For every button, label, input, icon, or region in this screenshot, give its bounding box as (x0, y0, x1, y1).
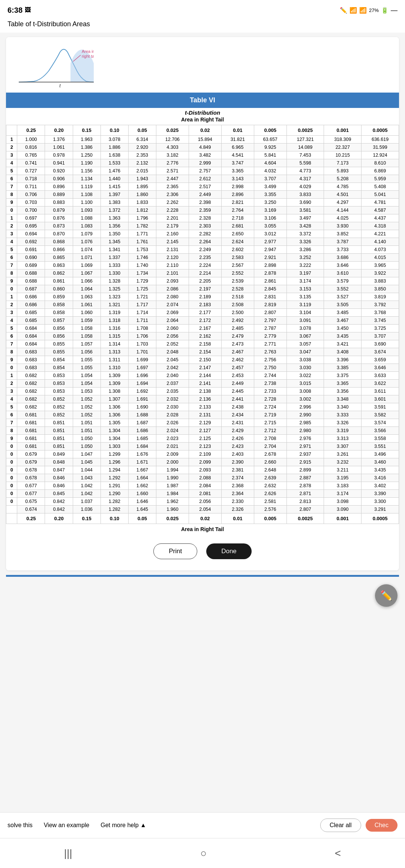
cell: 1.156 (73, 167, 100, 175)
cell: 2.042 (156, 364, 189, 372)
cell: 10.215 (324, 151, 362, 159)
cell: 0.861 (45, 277, 73, 285)
cell: 2.035 (156, 388, 189, 395)
cell: 4.140 (362, 238, 399, 246)
cell: 7.453 (286, 151, 324, 159)
cell: 1.315 (100, 332, 128, 340)
cell: 4.297 (324, 199, 362, 207)
cell: 2.074 (156, 301, 189, 309)
cell: 0.682 (17, 403, 45, 411)
cell: 2.757 (189, 167, 221, 175)
solve-this-link[interactable]: solve this (8, 822, 33, 829)
cell: 1.047 (73, 450, 100, 458)
cell: 3.566 (362, 427, 399, 435)
cell: 2.567 (221, 262, 254, 269)
row-label: 0 (6, 498, 17, 506)
get-more-help-link[interactable]: Get more help ▲ (100, 822, 146, 829)
cell: 0.684 (17, 340, 45, 348)
cell: 1.055 (73, 356, 100, 364)
row-label: 0 (6, 285, 17, 293)
cell: 1.059 (73, 317, 100, 325)
cell: 1.061 (45, 144, 73, 151)
cell: 3.852 (324, 230, 362, 238)
row-label: 2 (6, 380, 17, 388)
table-row: 80.7060.8891.1081.3971.8602.3062.4492.89… (6, 191, 399, 199)
cell: 3.467 (324, 317, 362, 325)
cell: 0.692 (17, 238, 45, 246)
cell: 1.304 (100, 427, 128, 435)
cell: 3.348 (324, 395, 362, 403)
cell: 3.250 (254, 199, 286, 207)
cell: 1.415 (100, 183, 128, 191)
home-icon[interactable]: ○ (200, 847, 207, 859)
cell: 1.782 (128, 222, 156, 230)
cell: 2.303 (189, 222, 221, 230)
cell: 2.154 (189, 348, 221, 356)
cell: 6.314 (128, 136, 156, 144)
table-row: 70.6840.8551.0571.3141.7032.0522.1582.47… (6, 340, 399, 348)
clear-all-button[interactable]: Clear all (320, 819, 361, 832)
cell: 3.333 (324, 411, 362, 419)
done-button[interactable]: Done (206, 543, 252, 559)
cell: 1.050 (73, 443, 100, 450)
cell: 2.423 (221, 443, 254, 450)
distribution-table: 0.25 0.20 0.15 0.10 0.05 0.025 0.02 0.01… (6, 125, 399, 524)
cell: 0.695 (17, 222, 45, 230)
cell: 1.692 (128, 388, 156, 395)
diagram-area: t Area in right tail (6, 37, 399, 93)
check-button[interactable]: Chec (366, 819, 398, 832)
cell: 3.819 (362, 293, 399, 301)
cell: 1.638 (100, 151, 128, 159)
cell: 5.893 (324, 167, 362, 175)
cell: 0.854 (45, 356, 73, 364)
cell: 3.435 (324, 332, 362, 340)
cell: 2.976 (286, 435, 324, 443)
cell: 1.311 (100, 356, 128, 364)
cell: 2.539 (221, 277, 254, 285)
cell: 3.356 (324, 388, 362, 395)
cell: 2.996 (286, 403, 324, 411)
cell: 2.084 (189, 482, 221, 490)
row-label: 9 (6, 277, 17, 285)
cell: 1.054 (73, 372, 100, 380)
cell: 3.091 (286, 317, 324, 325)
cell: 0.879 (45, 207, 73, 214)
cell: 2.763 (254, 348, 286, 356)
cell: 1.706 (128, 332, 156, 340)
cell: 3.106 (254, 214, 286, 222)
cell: 0.681 (17, 427, 45, 435)
cell: 3.922 (362, 269, 399, 277)
back-icon[interactable]: < (335, 847, 341, 859)
cell: 2.123 (189, 443, 221, 450)
fab-edit-button[interactable]: ✏️ (375, 584, 398, 607)
cell: 1.386 (73, 144, 100, 151)
cell: 2.353 (128, 151, 156, 159)
time-display: 6:38 (8, 6, 22, 15)
cell: 1.812 (128, 207, 156, 214)
cell: 6.965 (221, 144, 254, 151)
svg-text:t: t (59, 83, 61, 88)
cell: 3.574 (362, 419, 399, 427)
print-button[interactable]: Print (153, 543, 197, 559)
cell: 2.776 (156, 159, 189, 167)
cell: 2.871 (286, 490, 324, 498)
cell: 2.141 (189, 380, 221, 388)
footer-col-0025: 0.025 (156, 513, 189, 524)
cell: 0.679 (17, 458, 45, 466)
footer-col-015: 0.15 (73, 513, 100, 524)
col-header-001: 0.01 (221, 125, 254, 136)
cell: 1.064 (73, 285, 100, 293)
cell: 0.853 (45, 372, 73, 380)
cell: 0.906 (45, 175, 73, 183)
recent-apps-icon[interactable]: ||| (64, 847, 72, 859)
cell: 1.341 (100, 246, 128, 254)
view-example-link[interactable]: View an example (44, 822, 90, 829)
cell: 2.381 (221, 466, 254, 474)
cell: 2.088 (189, 474, 221, 482)
cell: 3.408 (324, 348, 362, 356)
table-row: 30.6820.8531.0531.3081.6922.0352.1382.44… (6, 388, 399, 395)
cell: 3.850 (362, 285, 399, 293)
cell: 3.610 (324, 269, 362, 277)
cell: 0.677 (17, 482, 45, 490)
cell: 0.674 (17, 506, 45, 513)
